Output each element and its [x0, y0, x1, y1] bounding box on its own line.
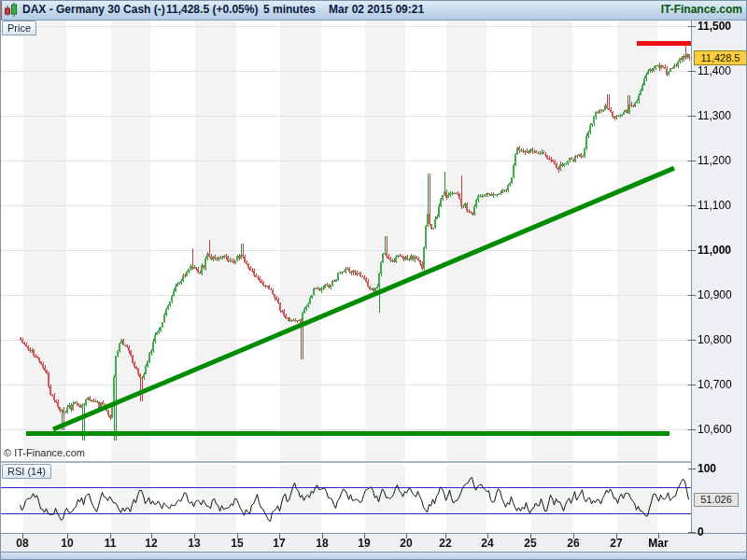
- x-axis-label: 13: [176, 537, 213, 550]
- x-axis-label: 08: [4, 537, 41, 550]
- x-axis-label: 12: [133, 537, 170, 550]
- copyright-watermark: © IT-Finance.com: [4, 447, 85, 458]
- window-edge: [0, 0, 2, 20]
- interval-label: 5 minutes: [263, 3, 316, 16]
- y-axis-label: 10,800: [698, 333, 746, 346]
- x-axis-label: 11: [92, 537, 129, 550]
- chart-title: DAX - Germany 30 Cash (-): [22, 3, 165, 16]
- chart-window: DAX - Germany 30 Cash (-) 11,428.5 (+0.0…: [0, 0, 747, 560]
- x-axis-label: 17: [261, 537, 298, 550]
- x-axis-label: 26: [555, 537, 592, 550]
- last-price-badge: 11,428.5: [694, 50, 747, 65]
- y-axis-label: 10,600: [698, 423, 746, 436]
- x-axis-label: 25: [512, 537, 549, 550]
- y-axis-label: 11,000: [698, 244, 746, 257]
- brand-link[interactable]: IT-Finance.com: [661, 3, 742, 16]
- tab-price[interactable]: Price: [2, 21, 36, 35]
- candlestick-icon: [3, 2, 20, 18]
- rsi-axis-label: 0: [698, 525, 746, 539]
- y-axis-label: 11,100: [698, 199, 746, 212]
- x-axis-label: 24: [469, 537, 506, 550]
- x-axis-label: 20: [388, 537, 425, 550]
- x-axis-label: Mar: [640, 537, 677, 550]
- y-axis-label: 11,300: [698, 109, 746, 122]
- y-axis-label: 10,900: [698, 288, 746, 301]
- y-axis-label: 11,500: [698, 20, 746, 33]
- title-bar: DAX - Germany 30 Cash (-) 11,428.5 (+0.0…: [0, 0, 747, 21]
- rsi-value-badge: 51.026: [694, 493, 739, 507]
- x-axis-label: 22: [427, 537, 464, 550]
- x-axis-label: 18: [303, 537, 341, 550]
- y-axis-label: 10,700: [698, 378, 746, 391]
- x-axis-label: 19: [345, 537, 383, 550]
- rsi-axis-label: 100: [698, 462, 746, 475]
- last-price-change: 11,428.5 (+0.05%): [166, 3, 258, 16]
- y-axis-label: 11,200: [698, 154, 746, 167]
- x-axis-label: 27: [598, 537, 635, 550]
- x-axis-label: 15: [218, 537, 256, 550]
- y-axis-label: 11,400: [698, 64, 746, 77]
- x-axis-label: 10: [49, 537, 86, 550]
- tab-rsi[interactable]: RSI (14): [2, 464, 51, 479]
- chart-canvas[interactable]: [0, 0, 747, 560]
- datetime-label: Mar 02 2015 09:21: [329, 3, 424, 16]
